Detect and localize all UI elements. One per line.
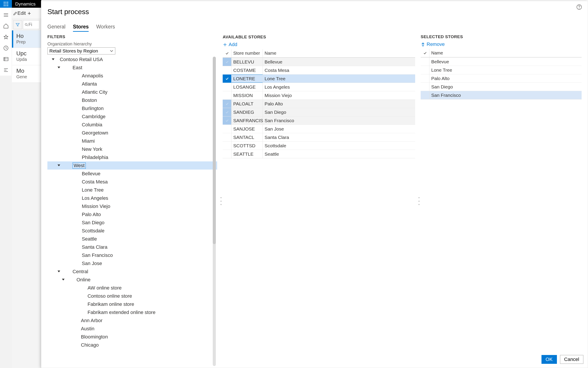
col-store-name[interactable]: Name bbox=[263, 49, 415, 57]
modules-icon[interactable] bbox=[0, 64, 12, 76]
app-launcher-button[interactable] bbox=[0, 0, 12, 8]
tab-general[interactable]: General bbox=[47, 24, 65, 32]
tree-node[interactable]: AW online store bbox=[47, 284, 217, 292]
tree-node[interactable]: Miami bbox=[47, 137, 217, 145]
menu-icon[interactable] bbox=[0, 9, 12, 20]
org-hierarchy-dropdown[interactable]: Retail Stores by Region bbox=[47, 47, 115, 55]
new-button[interactable]: + bbox=[28, 10, 31, 17]
tree-expand-icon[interactable] bbox=[52, 58, 55, 61]
grid-row[interactable]: Bellevue bbox=[421, 57, 582, 66]
tree-node[interactable]: Online bbox=[47, 276, 217, 284]
tree-node[interactable]: Contoso online store bbox=[47, 292, 217, 300]
row-checkbox[interactable] bbox=[223, 108, 231, 116]
tree-node[interactable]: Palo Alto bbox=[47, 210, 217, 219]
row-checkbox[interactable] bbox=[223, 83, 231, 91]
tree-node[interactable]: Costa Mesa bbox=[47, 178, 217, 186]
select-all-checkbox[interactable] bbox=[421, 49, 430, 57]
grid-row[interactable]: SCOTTSD Scottsdale bbox=[223, 141, 415, 150]
tree-expand-icon[interactable] bbox=[57, 66, 61, 69]
row-checkbox[interactable] bbox=[223, 66, 231, 74]
tree-node[interactable]: Chicago bbox=[47, 341, 217, 349]
tree-node[interactable]: San Jose bbox=[47, 259, 217, 267]
ok-button[interactable]: OK bbox=[542, 355, 557, 364]
row-checkbox[interactable] bbox=[223, 133, 231, 141]
add-button[interactable]: Add bbox=[223, 42, 415, 47]
tree-node[interactable]: Annapolis bbox=[47, 72, 217, 80]
tab-stores[interactable]: Stores bbox=[73, 24, 89, 32]
row-checkbox[interactable] bbox=[223, 58, 231, 66]
tree-node[interactable]: Boston bbox=[47, 96, 217, 104]
row-checkbox[interactable] bbox=[223, 142, 231, 150]
row-checkbox[interactable] bbox=[421, 57, 430, 66]
tree-node[interactable]: Columbia bbox=[47, 121, 217, 129]
tree-node[interactable]: Scottsdale bbox=[47, 227, 217, 235]
grid-row[interactable]: SANTACL Santa Clara bbox=[223, 133, 415, 141]
col-store-number[interactable]: Store number bbox=[231, 49, 263, 57]
grid-row[interactable]: COSTAME Costa Mesa bbox=[223, 66, 415, 74]
tree-node[interactable]: Atlantic City bbox=[47, 88, 217, 96]
grid-row[interactable]: San Francisco bbox=[421, 91, 582, 99]
tree-node[interactable]: Philadelphia bbox=[47, 153, 217, 161]
select-all-checkbox[interactable] bbox=[223, 49, 231, 57]
tree-node[interactable]: Santa Clara bbox=[47, 243, 217, 251]
row-checkbox[interactable] bbox=[421, 74, 430, 83]
grid-row[interactable]: PALOALT Palo Alto bbox=[223, 100, 415, 108]
tree-node[interactable]: Bloomington bbox=[47, 333, 217, 341]
grid-row[interactable]: MISSION Mission Viejo bbox=[223, 91, 415, 100]
tree-node[interactable]: Bellevue bbox=[47, 170, 217, 178]
list-card[interactable]: Upc Upda bbox=[12, 48, 41, 65]
row-checkbox[interactable] bbox=[223, 150, 231, 158]
remove-button[interactable]: Remove bbox=[421, 41, 582, 47]
row-checkbox[interactable] bbox=[421, 83, 430, 91]
row-checkbox[interactable] bbox=[223, 116, 231, 125]
grid-row[interactable]: San Diego bbox=[421, 83, 582, 91]
row-checkbox[interactable] bbox=[223, 74, 231, 83]
edit-button[interactable]: Edit bbox=[13, 10, 26, 16]
workspaces-icon[interactable] bbox=[0, 54, 12, 64]
grid-row[interactable]: BELLEVU Bellevue bbox=[223, 57, 415, 66]
row-checkbox[interactable] bbox=[223, 91, 231, 100]
grid-row[interactable]: LOSANGE Los Angeles bbox=[223, 83, 415, 91]
tree-node[interactable]: West bbox=[47, 161, 217, 170]
tree-node[interactable]: Los Angeles bbox=[47, 194, 217, 202]
grid-row[interactable]: LONETRE Lone Tree bbox=[223, 74, 415, 83]
tree-node[interactable]: San Diego bbox=[47, 219, 217, 227]
row-checkbox[interactable] bbox=[223, 125, 231, 133]
tree-node[interactable]: Mission Viejo bbox=[47, 202, 217, 210]
filter-search-input[interactable]: Fi bbox=[23, 20, 39, 29]
tree-node[interactable]: Contoso Retail USA bbox=[47, 55, 217, 64]
recent-icon[interactable] bbox=[0, 43, 12, 54]
grid-row[interactable]: SANDIEG San Diego bbox=[223, 108, 415, 116]
tree-node[interactable]: Burlington bbox=[47, 104, 217, 112]
tree-node[interactable]: Ann Arbor bbox=[47, 316, 217, 325]
col-store-name[interactable]: Name bbox=[430, 49, 582, 57]
tree-node[interactable]: Fabrikam online store bbox=[47, 300, 217, 308]
tree-expand-icon[interactable] bbox=[62, 278, 65, 281]
grid-row[interactable]: SEATTLE Seattle bbox=[223, 150, 415, 158]
tree-node[interactable]: San Francisco bbox=[47, 251, 217, 259]
pane-resize-handle[interactable] bbox=[418, 197, 420, 205]
row-checkbox[interactable] bbox=[421, 66, 430, 74]
grid-row[interactable]: SANJOSE San Jose bbox=[223, 125, 415, 133]
tree-node[interactable]: Fabrikam extended online store bbox=[47, 308, 217, 316]
tree-node[interactable]: Seattle bbox=[47, 235, 217, 243]
tree-expand-icon[interactable] bbox=[57, 270, 61, 273]
tree-node[interactable]: Atlanta bbox=[47, 80, 217, 88]
tree-node[interactable]: New York bbox=[47, 145, 217, 153]
grid-row[interactable]: Lone Tree bbox=[421, 66, 582, 74]
home-icon[interactable] bbox=[0, 20, 12, 32]
tree-node[interactable]: Austin bbox=[47, 325, 217, 333]
help-button[interactable] bbox=[576, 4, 582, 10]
grid-row[interactable]: SANFRANCIS San Francisco bbox=[223, 116, 415, 125]
tree-node[interactable]: Central bbox=[47, 267, 217, 276]
favorites-icon[interactable] bbox=[0, 32, 12, 43]
list-card[interactable]: Ho Prep bbox=[12, 30, 41, 48]
tree-node[interactable]: Cambridge bbox=[47, 112, 217, 121]
tree-node[interactable]: Georgetown bbox=[47, 129, 217, 137]
list-card[interactable]: Mo Gene bbox=[12, 65, 41, 83]
cancel-button[interactable]: Cancel bbox=[560, 355, 583, 364]
pane-resize-handle[interactable] bbox=[220, 197, 222, 205]
tree-node[interactable]: East bbox=[47, 64, 217, 72]
filter-button[interactable] bbox=[13, 20, 22, 29]
tree-scrollbar-thumb[interactable] bbox=[213, 57, 216, 244]
